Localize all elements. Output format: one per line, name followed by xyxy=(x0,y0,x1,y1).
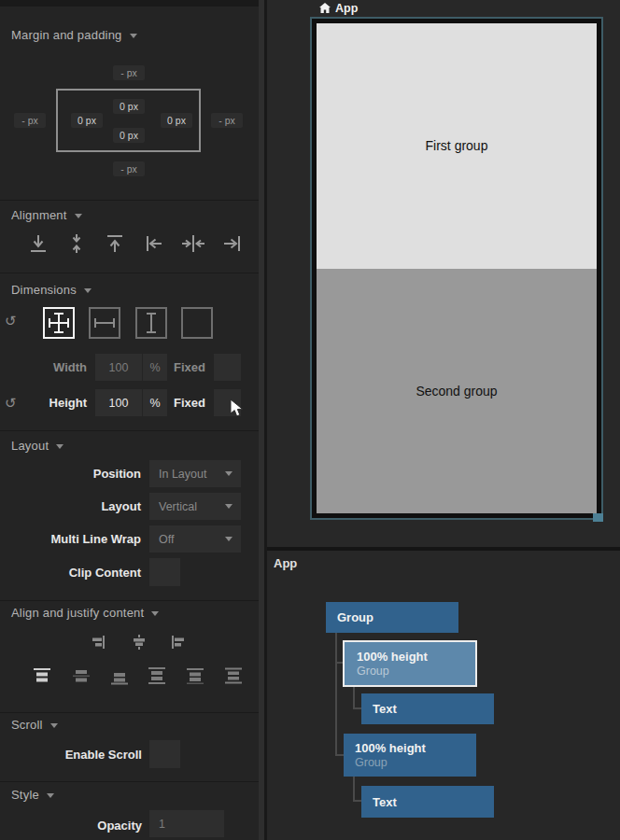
justify-content-space-evenly-icon[interactable] xyxy=(223,665,244,686)
tree-node-group[interactable]: Group xyxy=(326,602,458,633)
first-group[interactable]: First group xyxy=(317,23,597,269)
align-top-icon[interactable] xyxy=(103,231,127,256)
mouse-cursor xyxy=(230,399,246,419)
section-alignment[interactable]: Alignment xyxy=(11,208,82,222)
breadcrumb-app-label: App xyxy=(335,2,358,15)
align-left-icon[interactable] xyxy=(142,231,166,256)
margin-top-input[interactable]: - px xyxy=(113,65,145,80)
align-right-icon[interactable] xyxy=(220,231,245,256)
chevron-down-icon xyxy=(130,34,137,38)
home-icon xyxy=(319,3,331,14)
size-mode-fill-both-button[interactable] xyxy=(43,307,75,339)
tree-node-100-height-group-selected[interactable]: 100% height Group xyxy=(343,640,477,687)
margin-right-input[interactable]: - px xyxy=(211,113,243,128)
breadcrumb[interactable]: App xyxy=(319,1,358,16)
tree-connector xyxy=(335,662,343,664)
tree-node-text-2[interactable]: Text xyxy=(361,786,494,818)
width-label: Width xyxy=(19,360,87,374)
tree-node-100-height-group-2[interactable]: 100% height Group xyxy=(344,734,476,777)
chevron-down-icon xyxy=(50,723,58,728)
app-window: Margin and padding - px - px - px - px 0… xyxy=(0,0,620,840)
section-style[interactable]: Style xyxy=(11,788,54,802)
chevron-down-icon xyxy=(56,444,63,449)
width-input[interactable]: 100 xyxy=(95,354,142,381)
justify-items-start-icon[interactable] xyxy=(169,633,188,651)
height-input[interactable]: 100 xyxy=(95,389,142,416)
multi-line-wrap-label: Multi Line Wrap xyxy=(28,532,141,546)
width-fixed-label: Fixed xyxy=(149,360,205,374)
chevron-down-icon xyxy=(84,288,92,293)
enable-scroll-checkbox[interactable] xyxy=(149,740,180,768)
opacity-label: Opacity xyxy=(37,819,142,833)
resize-handle[interactable] xyxy=(593,513,603,522)
height-fixed-label: Fixed xyxy=(149,396,205,410)
tree-connector xyxy=(353,707,361,709)
section-margin-padding[interactable]: Margin and padding xyxy=(11,28,137,42)
layer-tree-panel: App Group 100% height Group Text 100% he… xyxy=(267,551,620,840)
size-mode-height-button[interactable] xyxy=(135,307,167,339)
justify-content-end-icon[interactable] xyxy=(109,665,130,686)
design-canvas[interactable]: App First group Second group xyxy=(267,0,620,549)
section-dimensions[interactable]: Dimensions xyxy=(11,283,92,297)
section-align-justify[interactable]: Align and justify content xyxy=(11,606,159,620)
size-mode-none-button[interactable] xyxy=(181,307,213,339)
chevron-down-icon xyxy=(47,793,54,798)
justify-items-center-icon[interactable] xyxy=(130,633,148,651)
tree-root-label: App xyxy=(274,556,297,570)
properties-sidebar: Margin and padding - px - px - px - px 0… xyxy=(0,0,259,840)
tree-connector xyxy=(353,800,361,802)
width-fixed-checkbox[interactable] xyxy=(214,354,241,381)
app-frame[interactable]: First group Second group xyxy=(310,17,603,520)
enable-scroll-label: Enable Scroll xyxy=(37,748,142,762)
layout-label: Layout xyxy=(37,499,141,513)
padding-bottom-input[interactable]: 0 px xyxy=(113,128,145,143)
second-group[interactable]: Second group xyxy=(317,269,597,514)
first-group-label: First group xyxy=(426,138,488,153)
sidebar-scrollbar-thumb[interactable] xyxy=(259,0,264,840)
layout-dropdown[interactable]: Vertical xyxy=(149,493,241,520)
justify-content-space-between-icon[interactable] xyxy=(147,665,167,686)
fill-both-icon xyxy=(47,311,71,335)
tree-connector xyxy=(335,754,344,756)
tree-connector xyxy=(335,633,337,756)
multi-line-wrap-dropdown[interactable]: Off xyxy=(149,525,241,553)
chevron-down-icon xyxy=(225,471,232,476)
clip-content-label: Clip Content xyxy=(37,566,141,580)
tree-connector xyxy=(353,687,355,709)
align-horizontal-center-icon[interactable] xyxy=(180,231,206,256)
reset-height-icon[interactable]: ↺ xyxy=(5,395,17,412)
justify-content-space-around-icon[interactable] xyxy=(185,665,205,686)
clip-content-checkbox[interactable] xyxy=(149,558,180,586)
position-label: Position xyxy=(37,467,141,481)
sidebar-top-strip xyxy=(0,0,259,7)
margin-bottom-input[interactable]: - px xyxy=(113,161,145,176)
fixed-width-icon xyxy=(92,311,117,335)
opacity-input[interactable]: 1 xyxy=(149,810,224,837)
padding-left-input[interactable]: 0 px xyxy=(71,113,103,128)
chevron-down-icon xyxy=(225,504,232,509)
margin-left-input[interactable]: - px xyxy=(14,113,46,128)
tree-connector xyxy=(353,777,355,802)
second-group-label: Second group xyxy=(416,384,497,399)
section-layout[interactable]: Layout xyxy=(11,439,63,453)
app-frame-content: First group Second group xyxy=(317,23,597,513)
align-vertical-center-icon[interactable] xyxy=(64,231,89,256)
justify-items-end-icon[interactable] xyxy=(89,633,107,651)
reset-dimensions-icon[interactable]: ↺ xyxy=(5,313,17,329)
justify-content-start-icon[interactable] xyxy=(32,665,52,686)
position-dropdown[interactable]: In Layout xyxy=(149,460,241,487)
chevron-down-icon xyxy=(225,537,232,541)
chevron-down-icon xyxy=(75,214,82,218)
align-bottom-icon[interactable] xyxy=(26,231,50,256)
padding-right-input[interactable]: 0 px xyxy=(161,113,192,128)
height-label: Height xyxy=(19,396,87,410)
sidebar-scrollbar-track[interactable] xyxy=(259,0,267,840)
padding-top-input[interactable]: 0 px xyxy=(113,99,145,114)
fixed-height-icon xyxy=(139,311,163,335)
section-scroll[interactable]: Scroll xyxy=(11,718,58,732)
size-mode-width-button[interactable] xyxy=(89,307,120,339)
chevron-down-icon xyxy=(151,611,159,616)
justify-content-center-icon[interactable] xyxy=(71,665,92,686)
tree-node-text-1[interactable]: Text xyxy=(361,693,494,724)
